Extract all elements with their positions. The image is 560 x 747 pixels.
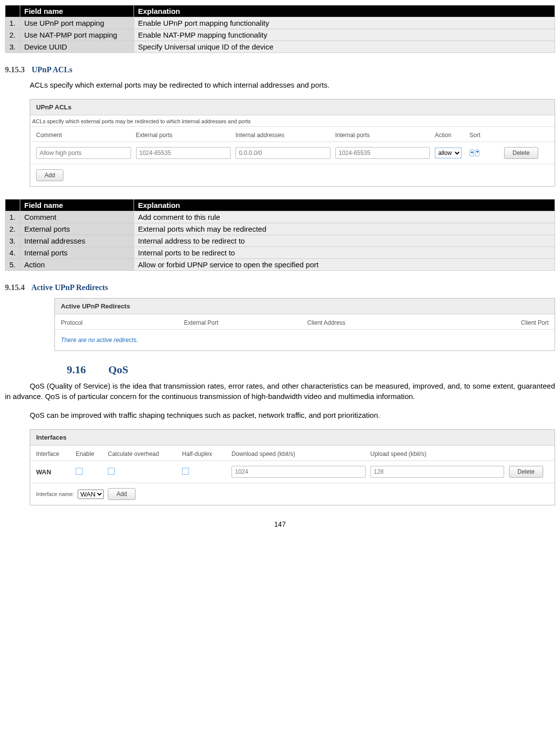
col-extport: External Port (184, 319, 302, 326)
upnp-acls-panel: UPnP ACLs ACLs specify which external po… (30, 99, 555, 187)
upload-input[interactable] (371, 466, 505, 478)
delete-button[interactable]: Delete (504, 147, 538, 159)
section-9-15-3-desc: ACLs specify which external ports may be… (30, 80, 555, 90)
col-interface: Interface (36, 450, 71, 457)
col-intports: Internal ports (335, 132, 430, 139)
col-sort: Sort (469, 132, 499, 139)
table-row: 4.Internal portsInternal ports to be red… (5, 247, 555, 259)
panel-title: Active UPnP Redirects (55, 299, 555, 314)
col-expl: Explanation (134, 199, 555, 211)
panel-columns: Interface Enable Calculate overhead Half… (30, 446, 555, 461)
extports-input[interactable] (136, 147, 231, 159)
heading-title: Active UPnP Redirects (31, 283, 108, 292)
table-row: 3.Internal addressesInternal address to … (5, 235, 555, 247)
halfduplex-checkbox[interactable] (182, 468, 189, 475)
col-enable: Enable (76, 450, 103, 457)
col-field: Field name (20, 199, 134, 211)
sort-down-icon[interactable] (475, 149, 479, 156)
panel-footer: Add (30, 164, 555, 186)
table-row: 2.Use NAT-PMP port mappingEnable NAT-PMP… (5, 29, 555, 41)
overhead-checkbox[interactable] (108, 468, 115, 475)
panel-columns: Comment External ports Internal addresse… (30, 127, 555, 142)
heading-num: 9.16 (67, 363, 86, 376)
col-clientport: Client Port (430, 319, 549, 326)
delete-button[interactable]: Delete (509, 466, 543, 478)
active-redirects-panel: Active UPnP Redirects Protocol External … (54, 298, 555, 351)
table-row: 1.Use UPnP port mappingEnable UPnP port … (5, 17, 555, 29)
field-table-2: Field name Explanation 1.CommentAdd comm… (5, 199, 555, 271)
footer-label: Interface name: (36, 491, 74, 497)
col-upload: Upload speed (kbit/s) (371, 450, 505, 457)
panel-title: Interfaces (30, 430, 555, 446)
heading-num: 9.15.4 (5, 283, 25, 292)
sort-up-icon[interactable] (469, 149, 474, 156)
table-row: 3.Device UUIDSpecify Universal unique ID… (5, 41, 555, 53)
interface-name: WAN (36, 468, 71, 476)
col-field: Field name (20, 5, 134, 17)
interface-row: WAN Delete (30, 461, 555, 483)
col-expl: Explanation (134, 5, 555, 17)
col-action: Action (435, 132, 465, 139)
download-input[interactable] (232, 466, 366, 478)
col-num (5, 5, 20, 17)
heading-9-15-3: 9.15.3 UPnP ACLs (5, 65, 555, 74)
panel-title: UPnP ACLs (30, 100, 555, 115)
col-intaddr: Internal addresses (235, 132, 330, 139)
comment-input[interactable] (36, 147, 131, 159)
table-row: 1.CommentAdd comment to this rule (5, 211, 555, 223)
heading-num: 9.15.3 (5, 65, 25, 74)
table-row: 5.ActionAllow or forbid UPNP service to … (5, 259, 555, 271)
interfaces-panel: Interfaces Interface Enable Calculate ov… (30, 429, 555, 505)
panel-footer: Interface name: WAN Add (30, 483, 555, 505)
intaddr-input[interactable] (235, 147, 330, 159)
col-delete (509, 450, 549, 457)
col-delete (504, 132, 549, 139)
page-number: 147 (5, 520, 555, 528)
heading-9-16: 9.16 QoS (67, 363, 555, 376)
panel-desc: ACLs specify which external ports may be… (30, 115, 555, 127)
col-comment: Comment (36, 132, 131, 139)
heading-title: QoS (108, 363, 128, 376)
sort-controls[interactable] (469, 149, 499, 156)
add-button[interactable]: Add (36, 169, 63, 181)
intports-input[interactable] (335, 147, 430, 159)
action-select[interactable]: allow (435, 148, 462, 158)
col-halfduplex: Half-duplex (182, 450, 227, 457)
field-table-1: Field name Explanation 1.Use UPnP port m… (5, 5, 555, 53)
panel-columns: Protocol External Port Client Address Cl… (55, 314, 555, 330)
interface-select[interactable]: WAN (78, 490, 104, 499)
col-download: Download speed (kbit/s) (232, 450, 366, 457)
acl-row: allow Delete (30, 142, 555, 164)
col-protocol: Protocol (61, 319, 179, 326)
col-num (5, 199, 20, 211)
qos-p1: QoS (Quality of Service) is the idea tha… (5, 381, 555, 401)
add-button[interactable]: Add (108, 488, 135, 500)
empty-message: There are no active redirects. (55, 330, 555, 350)
col-overhead: Calculate overhead (108, 450, 177, 457)
qos-p2: QoS can be improved with traffic shaping… (30, 410, 555, 420)
heading-9-15-4: 9.15.4 Active UPnP Redirects (5, 283, 555, 292)
enable-checkbox[interactable] (76, 468, 83, 475)
col-extports: External ports (136, 132, 231, 139)
heading-title: UPnP ACLs (32, 65, 72, 74)
col-clientaddr: Client Address (307, 319, 425, 326)
table-row: 2.External portsExternal ports which may… (5, 223, 555, 235)
